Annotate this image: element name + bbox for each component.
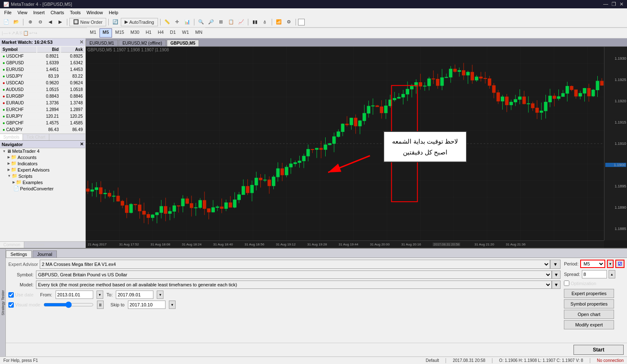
period-m15-button[interactable]: M15 bbox=[112, 28, 127, 38]
optimization-checkbox[interactable] bbox=[564, 281, 569, 286]
period-select[interactable]: M5 M1 M15 M30 H1 bbox=[580, 260, 605, 268]
spread-input[interactable] bbox=[582, 270, 607, 278]
period-h4-button[interactable]: H4 bbox=[155, 28, 166, 38]
ea-select[interactable]: 2 MA Crosses Mega filter EA V1.ex4 bbox=[40, 260, 550, 269]
refresh-button[interactable]: 🔄 bbox=[111, 18, 120, 26]
model-dropdown-button[interactable]: ▼ bbox=[552, 281, 561, 289]
chart-canvas[interactable]: GBPUSD,M5 1.1907 1.1908 1.1907 |1.1908 bbox=[86, 47, 627, 248]
undo-button[interactable]: ↩ bbox=[29, 30, 33, 36]
window-controls[interactable]: — ❐ ✕ bbox=[603, 1, 624, 7]
menu-item-help[interactable]: Help bbox=[106, 9, 121, 16]
arrow-button[interactable]: ↗ bbox=[11, 30, 15, 36]
scroll-right-button[interactable]: ▶ bbox=[56, 18, 65, 26]
symbol-dropdown-button[interactable]: ▼ bbox=[552, 270, 561, 279]
period-m5-button[interactable]: M5 bbox=[99, 28, 112, 38]
expert-properties-button[interactable]: Expert properties bbox=[564, 289, 614, 298]
strategy-tester-vertical-label[interactable]: Strategy Tester bbox=[0, 249, 6, 356]
to-date-input[interactable] bbox=[116, 291, 153, 299]
auto-trading-button[interactable]: ▶ AutoTrading bbox=[121, 18, 158, 26]
volume-button[interactable]: 📶 bbox=[274, 18, 283, 26]
period-d1-button[interactable]: D1 bbox=[167, 28, 179, 38]
nav-tree-item-accounts[interactable]: ▶ 📁 Accounts bbox=[0, 154, 85, 160]
nav-tree-item-expert-advisors[interactable]: ▶ 📁 Expert Advisors bbox=[0, 167, 85, 173]
new-order-button[interactable]: 🔲 New Order bbox=[69, 18, 106, 26]
open-button[interactable]: 📂 bbox=[12, 18, 21, 26]
start-button[interactable]: Start bbox=[573, 345, 624, 355]
period-m1-button[interactable]: M1 bbox=[87, 28, 99, 38]
restore-button[interactable]: ❐ bbox=[612, 1, 616, 7]
favorites-tab[interactable]: Favorites bbox=[24, 242, 48, 248]
market-watch-row[interactable]: ● EURCHF1.28941.2897 bbox=[1, 107, 84, 113]
line-vertical-button[interactable]: | bbox=[2, 30, 3, 35]
period-w1-button[interactable]: W1 bbox=[179, 28, 192, 38]
from-date-input[interactable] bbox=[56, 291, 93, 299]
ea-dropdown-button[interactable]: ▼ bbox=[550, 260, 561, 269]
period-select-action-button[interactable]: ☑ bbox=[615, 260, 624, 268]
open-chart-button[interactable]: Open chart bbox=[564, 310, 614, 319]
market-watch-row[interactable]: ● USDCHF0.89210.8925 bbox=[1, 53, 84, 59]
use-date-checkbox[interactable] bbox=[8, 292, 14, 298]
symbol-select[interactable]: GBPUSD, Great Britain Pound vs US Dollar bbox=[36, 270, 552, 279]
market-watch-row[interactable]: ● USDJPY83.1983.22 bbox=[1, 73, 84, 79]
market-watch-row[interactable]: ● CADJPY86.4386.49 bbox=[1, 127, 84, 133]
magnify-minus-button[interactable]: 🔎 bbox=[206, 18, 216, 26]
navigator-close-button[interactable]: ✕ bbox=[80, 142, 84, 147]
market-watch-row[interactable]: ● EURGBP0.88430.8846 bbox=[1, 94, 84, 99]
visual-mode-slider[interactable] bbox=[43, 301, 94, 308]
zoom-out-button[interactable]: ⊖ bbox=[36, 18, 45, 26]
skip-to-picker-button[interactable]: ▼ bbox=[169, 301, 176, 309]
nav-tree-item-examples[interactable]: ▶ 📁 Examples bbox=[0, 179, 85, 185]
modify-expert-button[interactable]: Modify expert bbox=[564, 320, 614, 329]
menu-item-charts[interactable]: Charts bbox=[48, 9, 66, 16]
from-date-picker-button[interactable]: ▼ bbox=[97, 291, 103, 299]
spread-spinner-up[interactable]: ▲ bbox=[609, 270, 615, 278]
close-button[interactable]: ✕ bbox=[619, 1, 624, 7]
new-chart-button[interactable]: 📄 bbox=[2, 18, 11, 26]
market-watch-row[interactable]: ● AUDUSD1.05151.0518 bbox=[1, 87, 84, 93]
symbol-properties-button[interactable]: Symbol properties bbox=[564, 299, 614, 308]
chart-tab-eurusd-m2[interactable]: EURUSD,M2 (offline) bbox=[119, 40, 166, 46]
settings-tab[interactable]: Settings bbox=[6, 250, 32, 258]
period-mn-button[interactable]: MN bbox=[192, 28, 205, 38]
symbols-tab[interactable]: Symbols bbox=[0, 134, 23, 140]
tick-chart-tab[interactable]: Tick Chart bbox=[23, 134, 49, 140]
options-button[interactable]: ⚙ bbox=[284, 18, 293, 26]
minimize-button[interactable]: — bbox=[603, 1, 608, 7]
crosshair-button[interactable]: ✛ bbox=[173, 18, 182, 26]
market-watch-row[interactable]: ● GBPCHF1.45751.4585 bbox=[1, 120, 84, 126]
market-watch-row[interactable]: ● EURJPY120.21120.25 bbox=[1, 114, 84, 119]
magnify-plus-button[interactable]: 🔍 bbox=[196, 18, 206, 26]
template-button[interactable]: 📋 bbox=[227, 18, 236, 26]
menu-item-file[interactable]: File bbox=[2, 9, 14, 16]
skip-to-input[interactable] bbox=[128, 301, 166, 309]
paste-button[interactable]: 📋 bbox=[23, 30, 29, 36]
period-h1-button[interactable]: H1 bbox=[143, 28, 154, 38]
market-watch-close-button[interactable]: ✕ bbox=[79, 39, 84, 45]
market-watch-row[interactable]: ● USDCAD0.96200.9624 bbox=[1, 80, 84, 86]
menu-item-insert[interactable]: Insert bbox=[31, 9, 47, 16]
nav-tree-item-metatrader-4[interactable]: ▼ 🖥 MetaTrader 4 bbox=[0, 148, 85, 154]
common-tab[interactable]: Common bbox=[0, 242, 24, 248]
to-date-picker-button[interactable]: ▼ bbox=[157, 291, 163, 299]
market-watch-row[interactable]: ● GBPUSD1.63391.6342 bbox=[1, 60, 84, 66]
candle-chart-button[interactable]: 🕯 bbox=[260, 18, 270, 26]
indicator-button[interactable]: 📈 bbox=[237, 18, 246, 26]
menu-item-window[interactable]: Window bbox=[84, 9, 105, 16]
text-button[interactable]: A bbox=[15, 30, 18, 35]
cross-button[interactable]: + bbox=[8, 30, 11, 35]
line-tool-button[interactable]: 📏 bbox=[163, 18, 172, 26]
scroll-left-button[interactable]: ◀ bbox=[46, 18, 55, 26]
nav-tree-item-periodconverter[interactable]: 📄 PeriodConverter bbox=[0, 185, 85, 192]
visual-mode-checkbox[interactable] bbox=[8, 302, 14, 308]
menu-item-view[interactable]: View bbox=[15, 9, 30, 16]
minus-button[interactable]: — bbox=[3, 30, 8, 35]
period-m30-button[interactable]: M30 bbox=[127, 28, 142, 38]
market-watch-row[interactable]: ● EURAUD1.37361.3748 bbox=[1, 100, 84, 106]
journal-tab[interactable]: Journal bbox=[33, 250, 57, 258]
nav-tree-item-scripts[interactable]: ▼ 📁 Scripts bbox=[0, 173, 85, 179]
pause-button[interactable]: ⏸ bbox=[97, 301, 104, 309]
period-dropdown-button[interactable]: ▼ bbox=[607, 260, 614, 268]
zoom-in-button[interactable]: ⊕ bbox=[25, 18, 35, 26]
chart-type-button[interactable]: 📊 bbox=[183, 18, 192, 26]
nav-tree-item-indicators[interactable]: ▶ 📁 Indicators bbox=[0, 160, 85, 167]
